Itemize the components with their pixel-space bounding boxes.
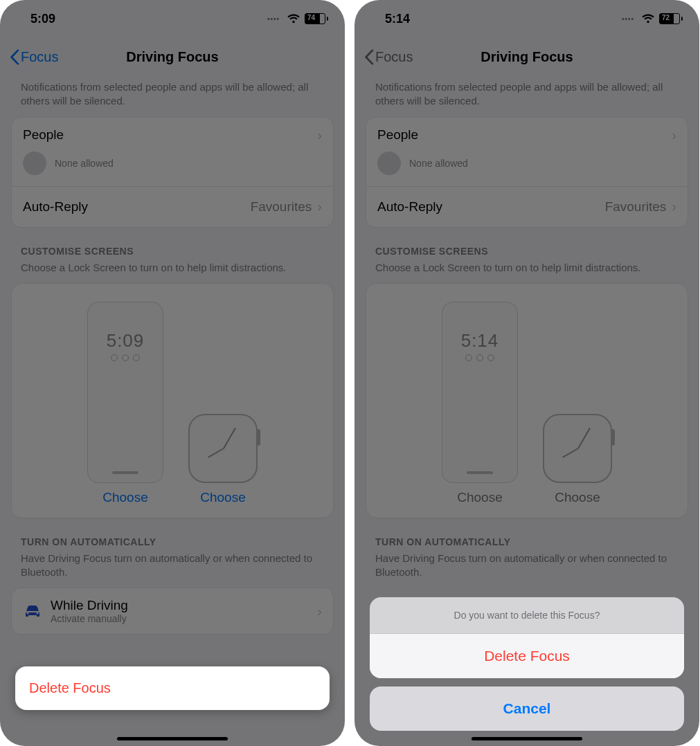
dim-overlay [0, 0, 345, 746]
screenshot-right: 5:14 •••• 72 Focus Driving Focus Notific… [355, 0, 699, 746]
delete-focus-button[interactable]: Delete Focus [370, 634, 684, 678]
screenshot-left: 5:09 •••• 74 Focus Driving Focus Notific… [0, 0, 345, 746]
cancel-button[interactable]: Cancel [370, 686, 684, 731]
home-indicator[interactable] [117, 737, 228, 740]
sheet-prompt: Do you want to delete this Focus? [370, 597, 684, 634]
delete-focus-row[interactable]: Delete Focus [15, 666, 330, 710]
delete-focus-label: Delete Focus [29, 680, 111, 695]
action-sheet: Do you want to delete this Focus? Delete… [370, 597, 684, 731]
home-indicator[interactable] [472, 737, 582, 740]
